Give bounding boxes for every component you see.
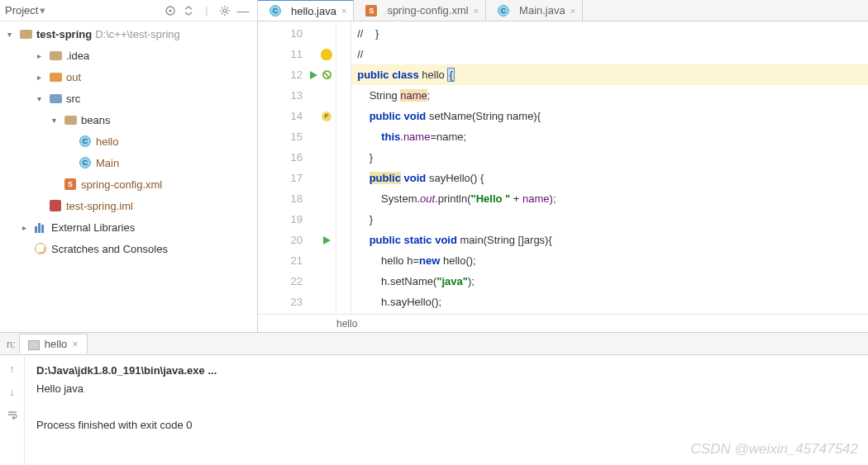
project-dropdown-icon[interactable]: ▾ [40,4,45,17]
console-tab-bar: n: hello × [0,333,868,355]
breadcrumb[interactable]: hello [258,314,868,332]
class-icon: C [78,155,93,170]
code-area: 1011121314P15161718192021222324 // } // … [258,21,868,314]
folder-icon [63,112,78,127]
project-header: Project ▾ | — [0,0,257,21]
code-line[interactable]: System.out.println("Hello " + name); [351,188,868,209]
line-number[interactable]: 14P [258,106,336,126]
scroll-down-icon[interactable]: ↓ [6,385,19,398]
target-icon[interactable] [161,2,179,20]
line-number[interactable]: 17 [258,168,336,188]
intention-bulb-icon[interactable] [321,49,332,60]
code-line[interactable]: // } [351,23,868,44]
line-number[interactable]: 11 [258,44,336,64]
code-line[interactable]: String name; [351,85,868,106]
console-line: D:\Java\jdk1.8.0_191\bin\java.exe ... [36,362,856,380]
ide-window: Project ▾ | — ▾test-springD:\c++\test-sp… [0,0,868,465]
code-line[interactable]: } [351,209,868,230]
tab-label: spring-config.xml [387,4,468,17]
tree-node-out[interactable]: ▸out [0,66,257,88]
line-number[interactable]: 15 [258,126,336,147]
code-line[interactable]: // [351,44,868,64]
tree-node-Main[interactable]: CMain [0,152,257,173]
folder-orange-icon [48,69,63,84]
main-split: Project ▾ | — ▾test-springD:\c++\test-sp… [0,0,868,333]
tree-node-beans[interactable]: ▾beans [0,109,257,130]
tree-node-test-spring-iml[interactable]: test-spring.iml [0,195,257,216]
tree-root[interactable]: ▾test-springD:\c++\test-spring [0,23,257,45]
tab-hello-java[interactable]: Chello.java× [258,0,354,21]
property-icon[interactable]: P [321,111,332,122]
tab-label: hello.java [291,5,336,17]
line-number[interactable]: 24 [258,312,336,314]
line-number[interactable]: 23 [258,292,336,312]
run-console: n: hello × ↑ ↓ D:\Java\jdk1.8.0_191\bin\… [0,333,868,465]
expand-all-icon[interactable] [179,2,198,20]
close-icon[interactable]: × [474,6,479,16]
hide-icon[interactable]: — [234,2,252,20]
console-tab-label: hello [28,338,67,350]
code-line[interactable]: public static void main(String []args){ [351,230,868,250]
code-line[interactable]: h.setName("java"); [351,271,868,292]
line-number[interactable]: 22 [258,271,336,292]
code-line[interactable]: public void sayHello() { [351,168,868,188]
iml-icon [48,198,63,213]
close-icon[interactable]: × [72,338,79,350]
console-side-label: n: [7,338,16,350]
code-line[interactable]: hello h=new hello(); [351,250,868,271]
soft-wrap-icon[interactable] [6,408,19,421]
editor-tabs: Chello.java×Sspring-config.xml×CMain.jav… [258,0,868,21]
tab-spring-config-xml[interactable]: Sspring-config.xml× [354,0,486,21]
class-icon: C [496,3,511,18]
tab-label: Main.java [519,4,565,17]
tree-node-spring-config-xml[interactable]: Sspring-config.xml [0,173,257,195]
fold-bar [336,21,351,314]
code-line[interactable]: } [351,147,868,168]
tab-Main-java[interactable]: CMain.java× [486,0,583,21]
run-icon[interactable] [321,235,332,246]
code-line[interactable]: this.name=name; [351,126,868,147]
xml-icon: S [364,3,379,18]
class-icon: C [78,134,93,149]
svg-point-1 [169,9,172,12]
line-number[interactable]: 10 [258,23,336,44]
code-line[interactable]: public void setName(String name){ [351,106,868,126]
line-number[interactable]: 12 [258,64,336,85]
run-icon[interactable] [308,69,319,81]
console-body: ↑ ↓ D:\Java\jdk1.8.0_191\bin\java.exe ..… [0,355,868,465]
console-output[interactable]: D:\Java\jdk1.8.0_191\bin\java.exe ...Hel… [25,355,868,465]
scroll-up-icon[interactable]: ↑ [6,362,19,375]
class-icon: C [268,3,283,18]
code-content[interactable]: // } // public class hello { String name… [351,21,868,314]
console-toolbar: ↑ ↓ [0,355,25,465]
console-line: Hello java [36,380,856,398]
console-line [36,398,856,416]
line-number[interactable]: 13 [258,85,336,106]
close-icon[interactable]: × [341,6,346,16]
line-number[interactable]: 21 [258,250,336,271]
project-title: Project [5,4,38,17]
lib-icon [33,220,48,235]
close-icon[interactable]: × [570,6,575,16]
console-line: Process finished with exit code 0 [36,416,856,434]
tree-node--idea[interactable]: ▸.idea [0,45,257,66]
code-line[interactable]: public class hello { [351,64,868,85]
editor-pane: Chello.java×Sspring-config.xml×CMain.jav… [258,0,868,332]
code-line[interactable]: h.sayHello(); [351,292,868,312]
gear-icon[interactable] [216,2,234,20]
divider: | [198,2,216,20]
line-number[interactable]: 16 [258,147,336,168]
tree-node-External-Libraries[interactable]: ▸External Libraries [0,216,257,238]
tree-node-Scratches-and-Consoles[interactable]: Scratches and Consoles [0,238,257,259]
project-tree: ▾test-springD:\c++\test-spring▸.idea▸out… [0,21,257,332]
line-number[interactable]: 18 [258,188,336,209]
console-tab-hello[interactable]: hello × [19,334,88,353]
override-icon[interactable] [321,69,332,81]
line-number[interactable]: 20 [258,230,336,250]
watermark: CSDN @weixin_45747542 [691,440,858,458]
tree-node-hello[interactable]: Chello [0,130,257,152]
tree-node-src[interactable]: ▾src [0,88,257,109]
xml-icon: S [63,177,78,192]
line-gutter: 1011121314P15161718192021222324 [258,21,336,314]
line-number[interactable]: 19 [258,209,336,230]
